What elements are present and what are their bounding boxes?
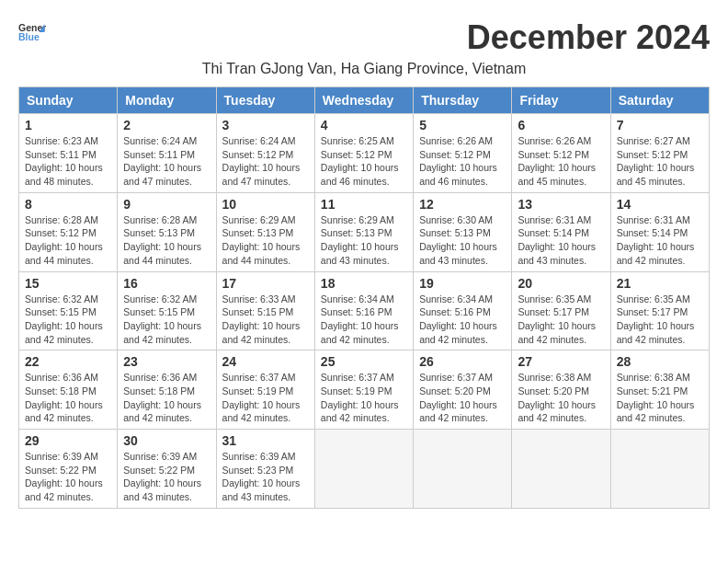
day-21: 21 Sunrise: 6:35 AMSunset: 5:17 PMDaylig…	[610, 271, 709, 350]
table-row: 29 Sunrise: 6:39 AMSunset: 5:22 PMDaylig…	[19, 430, 710, 509]
day-24: 24 Sunrise: 6:37 AMSunset: 5:19 PMDaylig…	[216, 350, 314, 430]
day-empty-1	[314, 430, 413, 509]
day-10: 10 Sunrise: 6:29 AMSunset: 5:13 PMDaylig…	[216, 192, 314, 271]
day-23: 23 Sunrise: 6:36 AMSunset: 5:18 PMDaylig…	[118, 350, 216, 430]
day-empty-2	[414, 430, 512, 509]
col-friday: Friday	[512, 87, 610, 114]
day-25: 25 Sunrise: 6:37 AMSunset: 5:19 PMDaylig…	[314, 350, 413, 430]
day-15: 15 Sunrise: 6:32 AMSunset: 5:15 PMDaylig…	[19, 271, 118, 350]
day-30: 30 Sunrise: 6:39 AMSunset: 5:22 PMDaylig…	[118, 430, 216, 509]
day-22: 22 Sunrise: 6:36 AMSunset: 5:18 PMDaylig…	[19, 350, 118, 430]
svg-text:Blue: Blue	[18, 31, 40, 42]
header: General Blue December 2024	[18, 18, 710, 57]
day-27: 27 Sunrise: 6:38 AMSunset: 5:20 PMDaylig…	[512, 350, 610, 430]
month-title: December 2024	[467, 18, 710, 57]
day-17: 17 Sunrise: 6:33 AMSunset: 5:15 PMDaylig…	[216, 271, 314, 350]
col-wednesday: Wednesday	[314, 87, 413, 114]
logo: General Blue	[18, 18, 46, 46]
day-26: 26 Sunrise: 6:37 AMSunset: 5:20 PMDaylig…	[414, 350, 512, 430]
day-16: 16 Sunrise: 6:32 AMSunset: 5:15 PMDaylig…	[118, 271, 216, 350]
day-14: 14 Sunrise: 6:31 AMSunset: 5:14 PMDaylig…	[610, 192, 709, 271]
col-thursday: Thursday	[414, 87, 512, 114]
generalblue-logo-icon: General Blue	[18, 18, 46, 46]
table-row: 15 Sunrise: 6:32 AMSunset: 5:15 PMDaylig…	[19, 271, 710, 350]
day-4: 4 Sunrise: 6:25 AMSunset: 5:12 PMDayligh…	[314, 114, 413, 193]
day-12: 12 Sunrise: 6:30 AMSunset: 5:13 PMDaylig…	[414, 192, 512, 271]
day-5: 5 Sunrise: 6:26 AMSunset: 5:12 PMDayligh…	[414, 114, 512, 193]
day-11: 11 Sunrise: 6:29 AMSunset: 5:13 PMDaylig…	[314, 192, 413, 271]
calendar-table: Sunday Monday Tuesday Wednesday Thursday…	[18, 86, 710, 509]
day-3: 3 Sunrise: 6:24 AMSunset: 5:12 PMDayligh…	[216, 114, 314, 193]
table-row: 8 Sunrise: 6:28 AMSunset: 5:12 PMDayligh…	[19, 192, 710, 271]
day-13: 13 Sunrise: 6:31 AMSunset: 5:14 PMDaylig…	[512, 192, 610, 271]
day-7: 7 Sunrise: 6:27 AMSunset: 5:12 PMDayligh…	[610, 114, 709, 193]
day-18: 18 Sunrise: 6:34 AMSunset: 5:16 PMDaylig…	[314, 271, 413, 350]
col-sunday: Sunday	[19, 87, 118, 114]
day-9: 9 Sunrise: 6:28 AMSunset: 5:13 PMDayligh…	[118, 192, 216, 271]
day-empty-3	[512, 430, 610, 509]
day-1: 1 Sunrise: 6:23 AMSunset: 5:11 PMDayligh…	[19, 114, 118, 193]
day-31: 31 Sunrise: 6:39 AMSunset: 5:23 PMDaylig…	[216, 430, 314, 509]
day-empty-4	[610, 430, 709, 509]
day-28: 28 Sunrise: 6:38 AMSunset: 5:21 PMDaylig…	[610, 350, 709, 430]
table-row: 1 Sunrise: 6:23 AMSunset: 5:11 PMDayligh…	[19, 114, 710, 193]
table-row: 22 Sunrise: 6:36 AMSunset: 5:18 PMDaylig…	[19, 350, 710, 430]
col-monday: Monday	[118, 87, 216, 114]
day-29: 29 Sunrise: 6:39 AMSunset: 5:22 PMDaylig…	[19, 430, 118, 509]
day-2: 2 Sunrise: 6:24 AMSunset: 5:11 PMDayligh…	[118, 114, 216, 193]
col-tuesday: Tuesday	[216, 87, 314, 114]
day-20: 20 Sunrise: 6:35 AMSunset: 5:17 PMDaylig…	[512, 271, 610, 350]
day-19: 19 Sunrise: 6:34 AMSunset: 5:16 PMDaylig…	[414, 271, 512, 350]
day-8: 8 Sunrise: 6:28 AMSunset: 5:12 PMDayligh…	[19, 192, 118, 271]
day-6: 6 Sunrise: 6:26 AMSunset: 5:12 PMDayligh…	[512, 114, 610, 193]
location-title: Thi Tran GJong Van, Ha Giang Province, V…	[18, 61, 710, 77]
col-saturday: Saturday	[610, 87, 709, 114]
